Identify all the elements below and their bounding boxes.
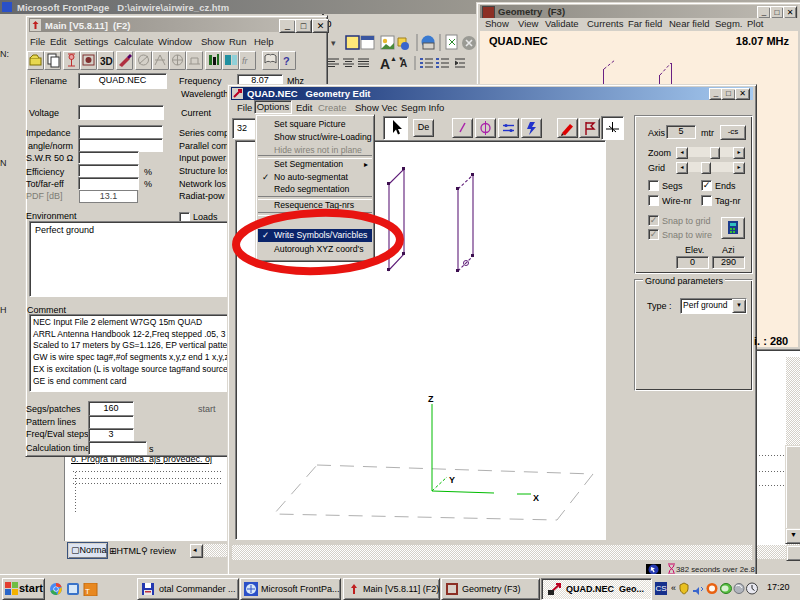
svg-text:Y: Y — [449, 475, 455, 485]
svg-text:T: T — [85, 587, 90, 596]
svg-text:▼: ▼ — [398, 56, 404, 62]
svg-text:▲: ▲ — [390, 55, 397, 62]
svg-text:Z: Z — [428, 394, 434, 404]
svg-text:A: A — [380, 56, 390, 72]
svg-text:3D: 3D — [100, 56, 113, 67]
svg-text:?: ? — [283, 55, 290, 67]
svg-text:X: X — [533, 493, 539, 503]
svg-text:▾: ▾ — [331, 38, 336, 48]
